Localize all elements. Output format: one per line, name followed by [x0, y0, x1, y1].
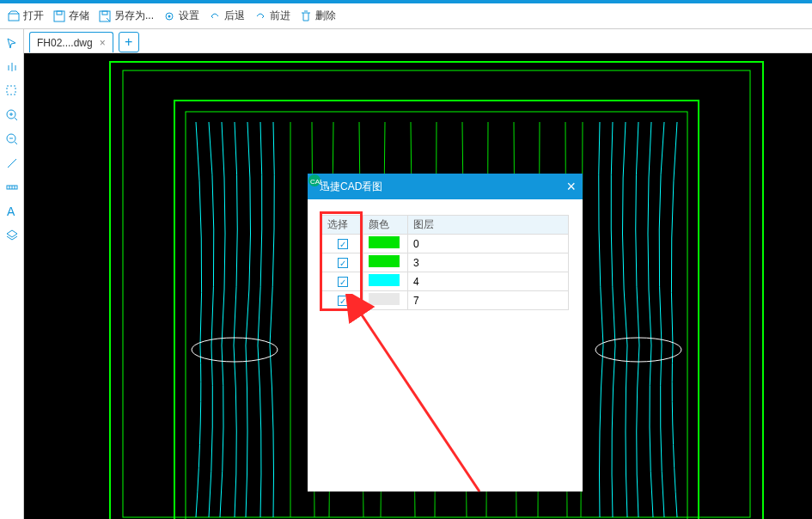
dialog-close-button[interactable]: × — [566, 178, 576, 196]
redo-label: 前进 — [270, 9, 290, 23]
delete-label: 删除 — [315, 9, 336, 23]
layer-name: 0 — [408, 235, 569, 253]
saveas-button[interactable]: 另存为... — [95, 7, 157, 25]
layer-checkbox[interactable]: ✓ — [338, 239, 348, 249]
layers-tool[interactable] — [3, 227, 21, 244]
dialog-title-text: 迅捷CAD看图 — [320, 180, 382, 194]
trash-icon — [299, 9, 313, 23]
layer-row[interactable]: ✓4 — [322, 272, 569, 291]
save-label: 存储 — [69, 9, 89, 23]
open-label: 打开 — [23, 9, 44, 23]
layer-row[interactable]: ✓3 — [322, 253, 569, 272]
tab-filename: FH02....dwg — [37, 37, 93, 49]
annotation-arrow — [342, 294, 497, 500]
redo-button[interactable]: 前进 — [250, 7, 294, 25]
layer-name: 4 — [408, 272, 569, 291]
svg-line-20 — [359, 311, 479, 492]
measure-tool[interactable] — [3, 179, 21, 196]
undo-button[interactable]: 后退 — [205, 7, 248, 25]
layer-dialog: CAD 迅捷CAD看图 × 选择 颜色 图层 — [308, 174, 583, 492]
undo-icon — [208, 9, 222, 23]
layer-color-swatch[interactable] — [369, 236, 400, 248]
layer-checkbox[interactable]: ✓ — [338, 277, 348, 287]
settings-label: 设置 — [179, 9, 199, 23]
save-icon — [52, 9, 66, 23]
add-tab-button[interactable]: + — [119, 32, 139, 52]
settings-button[interactable]: 设置 — [159, 7, 203, 25]
svg-text:A: A — [7, 205, 15, 218]
layer-name: 3 — [408, 253, 569, 272]
col-select: 选择 — [322, 216, 363, 235]
gear-icon — [162, 9, 176, 23]
pan-tool[interactable] — [3, 58, 21, 76]
cursor-tool[interactable] — [3, 34, 21, 52]
layer-table: 选择 颜色 图层 ✓0✓3✓4✓7 — [321, 215, 569, 310]
undo-label: 后退 — [224, 9, 245, 23]
text-tool[interactable]: A — [3, 203, 21, 220]
svg-rect-2 — [57, 11, 62, 15]
save-button[interactable]: 存储 — [49, 7, 93, 25]
zoom-region-tool[interactable] — [3, 82, 21, 100]
layer-name: 7 — [408, 291, 569, 310]
svg-rect-0 — [9, 14, 19, 21]
drawing-canvas[interactable]: CAD 迅捷CAD看图 × 选择 颜色 图层 — [24, 53, 812, 519]
svg-point-6 — [168, 15, 171, 17]
open-button[interactable]: 打开 — [3, 7, 47, 25]
layer-color-swatch[interactable] — [369, 274, 400, 286]
layer-row[interactable]: ✓7 — [322, 291, 569, 310]
dialog-titlebar[interactable]: CAD 迅捷CAD看图 × — [308, 174, 583, 199]
main-toolbar: 打开 存储 另存为... 设置 后退 前进 删除 — [0, 3, 812, 29]
file-tabbar: FH02....dwg × + — [24, 29, 812, 53]
tab-close-icon[interactable]: × — [100, 37, 106, 49]
svg-text:CAD: CAD — [310, 178, 321, 186]
open-icon — [7, 9, 21, 23]
redo-icon — [253, 9, 267, 23]
line-tool[interactable] — [3, 155, 21, 172]
delete-button[interactable]: 删除 — [296, 7, 339, 25]
zoom-out-tool[interactable] — [3, 131, 21, 148]
zoom-in-tool[interactable] — [3, 107, 21, 124]
saveas-label: 另存为... — [114, 9, 154, 23]
col-layer: 图层 — [408, 216, 569, 235]
layer-color-swatch[interactable] — [369, 293, 400, 305]
layer-checkbox[interactable]: ✓ — [338, 258, 348, 268]
layer-checkbox[interactable]: ✓ — [338, 296, 348, 306]
svg-rect-7 — [7, 86, 15, 95]
svg-rect-1 — [54, 11, 64, 21]
layer-row[interactable]: ✓0 — [322, 235, 569, 253]
saveas-icon — [98, 9, 112, 23]
col-color: 颜色 — [363, 216, 408, 235]
side-toolbar: A — [0, 29, 24, 519]
layer-color-swatch[interactable] — [369, 255, 400, 267]
file-tab[interactable]: FH02....dwg × — [29, 32, 113, 52]
svg-rect-4 — [102, 11, 107, 15]
